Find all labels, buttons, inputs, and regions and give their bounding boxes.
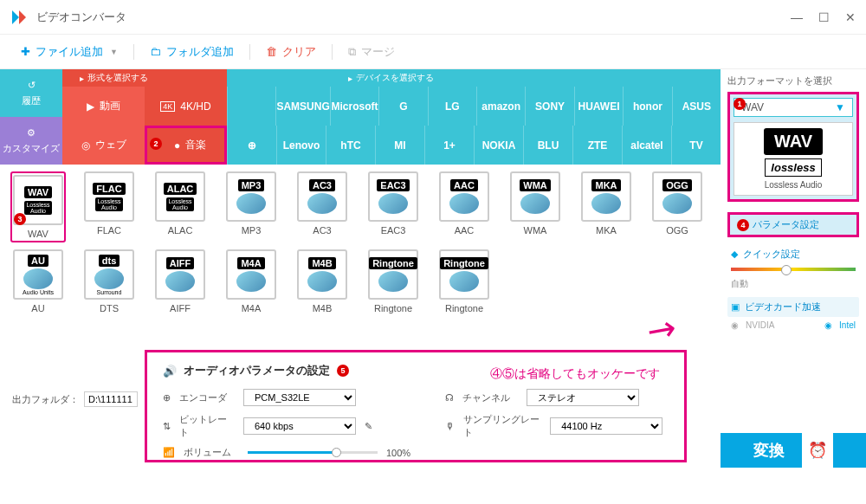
format-mp3[interactable]: MP3MP3 [223,171,279,242]
maximize-icon[interactable]: ☐ [818,10,830,24]
brand-NOKIA[interactable]: NOKIA [474,126,523,165]
cat-web[interactable]: ◎ウェブ [62,126,145,165]
badge-1: 1 [734,98,746,110]
format-header: 形式を選択する [87,72,148,84]
param-settings-button[interactable]: 4 パラメータ設定 [727,212,859,237]
output-folder-input[interactable] [84,391,138,407]
intel-icon: ◉ [824,320,832,330]
format-aac[interactable]: AACAAC [436,171,492,242]
format-ringtone[interactable]: RingtoneRingtone [365,249,421,313]
format-label: M4A [242,303,262,313]
format-au[interactable]: AUAudio UnitsAU [10,249,66,313]
encoder-label: エンコーダ [179,391,235,404]
brand-SAMSUNG[interactable]: SAMSUNG [275,87,329,126]
trash-icon: 🗑 [266,45,277,58]
brand-TV[interactable]: TV [671,126,721,165]
bitrate-select[interactable]: 640 kbps [243,417,356,435]
chip-icon: ▣ [731,301,740,313]
brand-SONY[interactable]: SONY [525,87,573,126]
format-label: MP3 [242,225,262,236]
device-header: デバイスを選択する [356,72,434,84]
bitrate-label: ビットレート [179,413,235,439]
add-folder-button[interactable]: 🗀 フォルダ追加 [150,44,234,60]
format-eac3[interactable]: EAC3EAC3 [365,171,421,242]
brand-moto[interactable]: ⊕ [227,126,276,165]
nvidia-icon: ◉ [731,320,739,330]
gear-icon: ⚙ [27,127,36,139]
volume-value: 100% [386,448,410,458]
format-label: FLAC [97,225,121,236]
cat-4khd[interactable]: 4K4K/HD [145,87,227,126]
gpu-accel-toggle[interactable]: ▣ビデオカード加速 [727,297,859,317]
convert-button[interactable]: 変換 ⏰ [721,433,866,468]
play-icon: ▶ [87,100,94,113]
brand-1+[interactable]: 1+ [424,126,474,165]
brand-Lenovo[interactable]: Lenovo [276,126,326,165]
brand-MI[interactable]: MI [375,126,424,165]
format-alac[interactable]: ALACLossless AudioALAC [152,171,208,242]
output-folder-label: 出力フォルダ： [12,393,79,406]
format-ogg[interactable]: OGGOGG [650,171,705,242]
format-label: MKA [596,225,617,236]
bullet-icon: ◆ [731,249,738,260]
format-dts[interactable]: dtsSurroundDTS [81,249,137,313]
folder-icon: 🗀 [150,45,161,58]
sidebar-tab-customize[interactable]: ⚙ カスタマイズ [0,117,62,165]
edit-icon[interactable]: ✎ [365,421,372,432]
brand-honor[interactable]: honor [623,87,671,126]
cat-video[interactable]: ▶動画 [62,87,145,126]
format-label: M4B [313,303,333,313]
volume-slider[interactable] [248,451,378,454]
auto-label: 自動 [727,278,859,290]
format-wav[interactable]: WAVLossless AudioWAV3 [10,171,66,242]
cat-music[interactable]: 2●音楽 [145,126,227,165]
format-ringtone[interactable]: RingtoneRingtone [436,249,492,313]
sample-select[interactable]: 44100 Hz [550,417,662,435]
bitrate-icon: ⇅ [163,421,171,432]
brand-ASUS[interactable]: ASUS [672,87,721,126]
close-icon[interactable]: ✕ [845,10,856,24]
brand-LG[interactable]: LG [428,87,476,126]
brand-ZTE[interactable]: ZTE [572,126,622,165]
history-label: 履歴 [22,94,41,107]
intel-label: Intel [839,320,856,330]
format-ac3[interactable]: AC3AC3 [294,171,350,242]
brand-hTC[interactable]: hTC [326,126,375,165]
format-mka[interactable]: MKAMKA [578,171,634,242]
channel-select[interactable]: ステレオ [527,389,639,406]
merge-button[interactable]: ⧉ マージ [348,44,395,60]
merge-label: マージ [361,44,395,60]
brand-alcatel[interactable]: alcatel [622,126,671,165]
history-icon: ↺ [28,80,36,91]
format-wma[interactable]: WMAWMA [507,171,563,242]
minimize-icon[interactable]: — [791,10,803,24]
brand-Microsoft[interactable]: Microsoft [330,87,378,126]
output-format-select[interactable]: WAV▼ [734,98,853,117]
clear-label: クリア [282,44,316,60]
brand-amazon[interactable]: amazon [476,87,525,126]
format-m4b[interactable]: M4BM4B [294,249,350,313]
audio-panel-title: オーディオパラメータの設定 [184,363,330,378]
quick-settings[interactable]: ◆クイック設定 [727,248,859,261]
format-aiff[interactable]: AIFFAIFF [152,249,208,313]
format-m4a[interactable]: M4AM4A [223,249,279,313]
brand-apple[interactable] [227,87,275,126]
add-file-button[interactable]: ✚ ファイル追加 ▼ [21,44,118,60]
output-format-header: 出力フォーマットを選択 [727,74,859,87]
clear-button[interactable]: 🗑 クリア [266,44,316,60]
brand-G[interactable]: G [378,87,427,126]
encoder-select[interactable]: PCM_S32LE [243,389,356,406]
device-header-icon: ▸ [348,74,352,83]
sidebar-tab-history[interactable]: ↺ 履歴 [0,69,62,117]
schedule-icon[interactable]: ⏰ [802,433,833,468]
brand-BLU[interactable]: BLU [523,126,572,165]
format-label: WMA [524,225,547,236]
encoder-icon: ⊕ [163,392,171,404]
audio-params-panel: ↗ ④⑤は省略してもオッケーです 🔊 オーディオパラメータの設定 5 ⊕エンコー… [145,350,687,462]
app-logo-icon [10,9,28,26]
brand-HUAWEI[interactable]: HUAWEI [574,87,623,126]
format-flac[interactable]: FLACLossless AudioFLAC [81,171,137,242]
preview-sub: Lossless Audio [765,180,823,190]
music-icon: ● [174,139,180,152]
quality-slider[interactable] [731,268,856,271]
